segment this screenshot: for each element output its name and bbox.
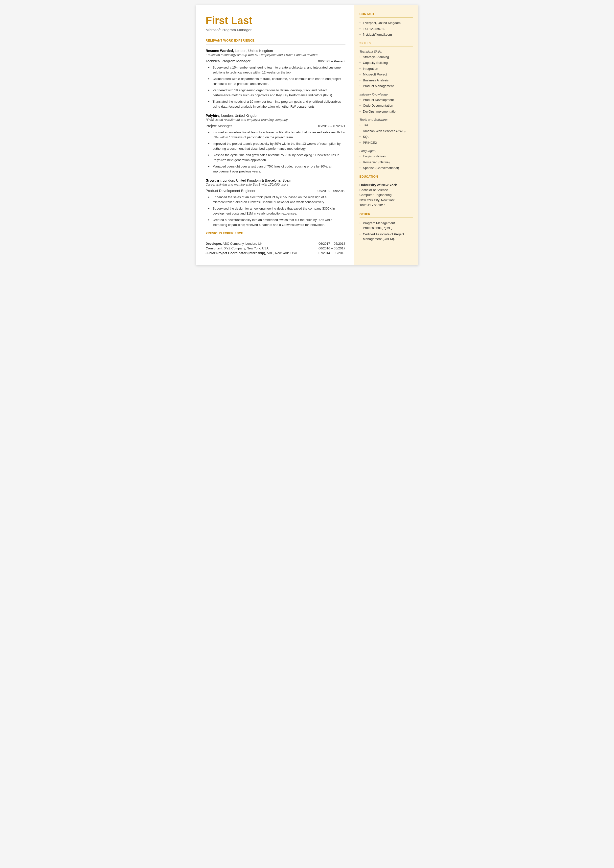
job-title-2: Project Manager	[206, 124, 232, 128]
bullet-1-4: Translated the needs of a 10-member team…	[208, 99, 346, 109]
employer-block-3: Growthsi, London, United Kingdom & Barce…	[206, 178, 346, 227]
prev-job-bold-1: Developer,	[206, 242, 222, 245]
bullet-1-2: Collaborated with 8 departments to track…	[208, 76, 346, 86]
employer-desc-3: Career training and membership SaaS with…	[206, 183, 346, 186]
prev-job-row-1: Developer, ABC Company, London, UK 06/20…	[206, 241, 346, 246]
prev-job-row-3: Junior Project Coordinator (Internship),…	[206, 251, 346, 255]
job-header-2: Project Manager 10/2019 – 07/2021	[206, 124, 346, 128]
bullet-3-1: Enhanced the sales of an electronic prod…	[208, 195, 346, 204]
bullet-2-1: Inspired a cross-functional team to achi…	[208, 130, 346, 140]
prev-job-role-3: Junior Project Coordinator (Internship),…	[206, 251, 312, 255]
previous-exp-table: Developer, ABC Company, London, UK 06/20…	[206, 241, 346, 255]
tech-skill-0: Strategic Planning	[360, 55, 413, 60]
resume-container: First Last Microsoft Program Manager REL…	[196, 5, 419, 265]
tech-skill-4: Business Analysis	[360, 78, 413, 83]
contact-list: Liverpool, United Kingdom +44 123456789 …	[360, 20, 413, 37]
tool-skill-0: Jira	[360, 123, 413, 128]
job-header-1: Technical Program Manager 08/2021 – Pres…	[206, 59, 346, 63]
job-header-3: Product Development Engineer 06/2018 – 0…	[206, 189, 346, 193]
edu-location: New York City, New York	[360, 198, 413, 203]
languages-label: Languages:	[360, 149, 413, 153]
employer-bold-3: Growthsi,	[206, 179, 222, 182]
prev-job-bold-2: Consultant,	[206, 247, 223, 250]
employer-location-3: London, United Kingdom & Barcelona, Spai…	[222, 179, 291, 182]
industry-label: Industry Knowledge:	[360, 93, 413, 96]
employer-block-2: Polyhire, London, United Kingdom NYSE-li…	[206, 113, 346, 174]
tech-skill-2: Integration	[360, 66, 413, 71]
tech-skill-3: Microsoft Project	[360, 72, 413, 77]
bullet-3-3: Created a new functionality into an embe…	[208, 217, 346, 227]
education-title: EDUCATION	[360, 175, 413, 179]
other-item-1: Certified Associate of Project Managemen…	[360, 232, 413, 242]
tools-label: Tools and Software:	[360, 118, 413, 121]
section-divider	[206, 44, 346, 45]
contact-title: CONTACT	[360, 12, 413, 16]
prev-job-rest-3: ABC, New York, USA	[266, 251, 297, 255]
technical-skills-list: Strategic Planning Capacity Building Int…	[360, 55, 413, 89]
contact-section: CONTACT Liverpool, United Kingdom +44 12…	[360, 12, 413, 37]
contact-item-2: first.last@gmail.com	[360, 32, 413, 37]
tools-skills-list: Jira Amazon Web Services (AWS) SQL PRINC…	[360, 123, 413, 145]
employer-name-1: Resume Worded, London, United Kingdom	[206, 48, 346, 53]
previous-exp-section-title: PREVIOUS EXPERIENCE	[206, 231, 346, 235]
lang-skill-2: Spanish (Conversational)	[360, 166, 413, 171]
prev-job-rest-2: XYZ Company, New York, USA	[223, 247, 268, 250]
employer-name-3: Growthsi, London, United Kingdom & Barce…	[206, 178, 346, 183]
bullet-3-2: Supervised the design for a new engineer…	[208, 206, 346, 216]
technical-label: Technical Skills:	[360, 50, 413, 53]
bullet-2-3: Slashed the cycle time and grew sales re…	[208, 153, 346, 162]
bullet-list-3: Enhanced the sales of an electronic prod…	[206, 195, 346, 227]
tool-skill-3: PRINCE2	[360, 140, 413, 145]
bullet-1-3: Partnered with 18 engineering organizati…	[208, 88, 346, 98]
employer-block-1: Resume Worded, London, United Kingdom Ed…	[206, 48, 346, 109]
other-divider	[360, 217, 413, 218]
bullet-1-1: Supervised a 15-member engineering team …	[208, 65, 346, 75]
other-section: OTHER Program Management Professional (P…	[360, 213, 413, 242]
prev-job-bold-3: Junior Project Coordinator (Internship),	[206, 251, 266, 255]
skills-divider	[360, 47, 413, 47]
contact-item-1: +44 123456789	[360, 26, 413, 31]
language-skills-list: English (Native) Romanian (Native) Spani…	[360, 154, 413, 171]
candidate-title: Microsoft Program Manager	[206, 28, 346, 32]
tech-skill-5: Product Management	[360, 84, 413, 89]
skills-section: SKILLS Technical Skills: Strategic Plann…	[360, 42, 413, 171]
job-title-3: Product Development Engineer	[206, 189, 256, 193]
employer-bold-1: Resume Worded,	[206, 49, 234, 53]
job-dates-2: 10/2019 – 07/2021	[318, 124, 346, 128]
employer-desc-1: Education technology startup with 50+ em…	[206, 53, 346, 57]
relevant-work-section-title: RELEVANT WORK EXPERIENCE	[206, 39, 346, 42]
bullet-2-2: Improved the project team's productivity…	[208, 141, 346, 151]
prev-job-dates-2: 06/2016 – 05/2017	[311, 246, 345, 251]
prev-job-dates-1: 06/2017 – 05/2018	[311, 241, 345, 246]
lang-skill-1: Romanian (Native)	[360, 160, 413, 165]
other-item-0: Program Management Professional (PgMP).	[360, 221, 413, 230]
industry-skill-1: Code Documentation	[360, 103, 413, 108]
bullet-list-1: Supervised a 15-member engineering team …	[206, 65, 346, 109]
prev-job-role-2: Consultant, XYZ Company, New York, USA	[206, 246, 312, 251]
left-column: First Last Microsoft Program Manager REL…	[196, 5, 354, 265]
tech-skill-1: Capacity Building	[360, 61, 413, 65]
job-title-1: Technical Program Manager	[206, 59, 251, 63]
employer-location-1: London, United Kingdom	[234, 49, 273, 53]
bullet-2-4: Managed oversight over a test plan of 75…	[208, 164, 346, 174]
prev-job-dates-3: 07/2014 – 05/2015	[311, 251, 345, 255]
prev-job-role-1: Developer, ABC Company, London, UK	[206, 241, 312, 246]
bullet-list-2: Inspired a cross-functional team to achi…	[206, 130, 346, 174]
industry-skill-2: DevOps Implementation	[360, 109, 413, 114]
tool-skill-1: Amazon Web Services (AWS)	[360, 129, 413, 134]
lang-skill-0: English (Native)	[360, 154, 413, 159]
tool-skill-2: SQL	[360, 134, 413, 139]
job-dates-3: 06/2018 – 09/2019	[318, 189, 346, 193]
industry-skill-0: Product Development	[360, 98, 413, 102]
education-section: EDUCATION University of New York Bachelo…	[360, 175, 413, 208]
edu-dates: 10/2011 - 06/2014	[360, 203, 413, 208]
contact-item-0: Liverpool, United Kingdom	[360, 20, 413, 25]
edu-school: University of New York	[360, 183, 413, 187]
industry-skills-list: Product Development Code Documentation D…	[360, 98, 413, 114]
other-title: OTHER	[360, 213, 413, 216]
edu-field: Computer Engineering	[360, 193, 413, 198]
skills-title: SKILLS	[360, 42, 413, 45]
prev-job-rest-1: ABC Company, London, UK	[222, 242, 262, 245]
employer-location-2: London, United Kingdom	[220, 113, 259, 118]
employer-desc-2: NYSE-listed recruitment and employer bra…	[206, 118, 346, 121]
